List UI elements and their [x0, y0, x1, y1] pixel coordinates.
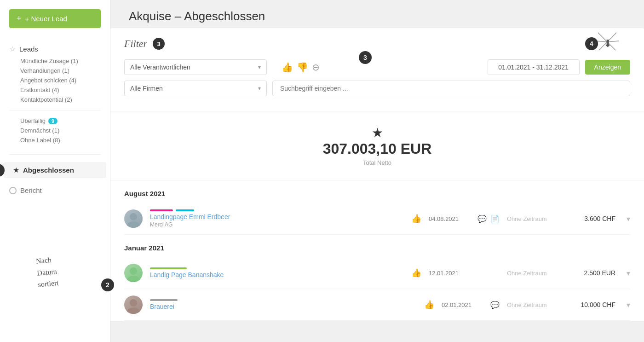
- svg-point-6: [130, 213, 137, 220]
- filter-title: Filter: [124, 38, 147, 50]
- thumbs-up-filter-icon[interactable]: 👍: [282, 62, 293, 73]
- sidebar-divider: [9, 110, 101, 110]
- progress-bar-pink: [150, 209, 173, 211]
- firmen-select[interactable]: Alle Firmen ▾: [124, 81, 267, 96]
- lead-date: 04.08.2021: [429, 215, 470, 222]
- filter-row-2: Alle Firmen ▾: [124, 81, 630, 96]
- doc-icon[interactable]: 📄: [490, 214, 500, 223]
- avatar: [124, 209, 143, 228]
- sidebar-item-uberfalling[interactable]: Überfällig 9: [20, 116, 110, 126]
- sidebar-leads-label: Leads: [19, 45, 38, 53]
- date-range-input[interactable]: 01.01.2021 - 31.12.2021: [488, 59, 580, 75]
- chevron-down-icon-2: ▾: [258, 85, 261, 92]
- lead-info: Landingpage Emmi Erdbeer Merci AG: [150, 209, 404, 228]
- lead-list-section: August 2021 Landingpage Emmi Erdb: [110, 180, 644, 321]
- progress-bar-cyan: [176, 209, 194, 211]
- lead-item: Landig Page Bananshake 👍 12.01.2021 Ohne…: [124, 257, 630, 289]
- star-outline-icon: ☆: [9, 45, 16, 53]
- summary-star-icon: ★: [124, 125, 630, 140]
- filter-right: 4 ⬇: [585, 37, 612, 50]
- month-header-august: August 2021: [124, 180, 630, 203]
- svg-point-11: [127, 307, 140, 314]
- lead-item: Brauerei 👍 02.01.2021 💬 Ohne Zeitraum 10…: [124, 289, 630, 321]
- verantwortlichen-select[interactable]: Alle Verantwortlichen ▾: [124, 59, 267, 75]
- sort-annotation: Nach Datum sortiert: [25, 238, 139, 301]
- page-title: Akquise – Abgeschlossen: [129, 9, 626, 23]
- lead-progress-bars: [150, 299, 417, 301]
- annotation-2-container: 2: [101, 278, 114, 291]
- annotation-4: 4: [585, 37, 598, 50]
- lead-info: Brauerei: [150, 299, 417, 310]
- progress-bar-gray: [150, 299, 178, 301]
- lead-item: Landingpage Emmi Erdbeer Merci AG 👍 04.0…: [124, 203, 630, 235]
- lead-amount: 10.000 CHF: [569, 301, 615, 308]
- filter-bar: Filter 3: [110, 28, 644, 111]
- chevron-down-icon-lead[interactable]: ▾: [627, 214, 630, 223]
- sidebar-item-angebot-schicken[interactable]: Angebot schicken (4): [20, 75, 110, 85]
- chat-icon[interactable]: 💬: [477, 214, 487, 223]
- content-area: Filter 3: [110, 28, 644, 321]
- lead-zeitraum: Ohne Zeitraum: [507, 301, 562, 308]
- lead-progress-bars: [150, 209, 404, 211]
- svg-point-10: [130, 299, 137, 307]
- chevron-down-icon: ▾: [258, 64, 261, 70]
- lead-progress-bars: [150, 267, 404, 269]
- lead-date: 12.01.2021: [429, 270, 470, 277]
- lead-zeitraum: Ohne Zeitraum: [507, 215, 562, 222]
- annotation-2: 2: [101, 278, 114, 291]
- sidebar-item-demnachst[interactable]: Demnächst (1): [20, 126, 110, 135]
- uberfalling-badge: 9: [48, 118, 58, 124]
- lead-company: Merci AG: [150, 221, 404, 228]
- sidebar-divider-2: [9, 154, 101, 155]
- annotation-3: 3: [359, 51, 372, 64]
- search-input[interactable]: [272, 81, 630, 96]
- sidebar-item-erstkontakt[interactable]: Erstkontakt (4): [20, 85, 110, 95]
- filter-row-1: Alle Verantwortlichen ▾ 👍 👎 ⊖ 01.01.2021…: [124, 59, 630, 75]
- summary-amount: 307.003,10 EUR: [124, 140, 630, 157]
- chevron-down-icon-lead[interactable]: ▾: [627, 301, 630, 309]
- lead-info: Landig Page Bananshake: [150, 267, 404, 278]
- anzeigen-button[interactable]: Anzeigen: [585, 60, 630, 75]
- svg-point-7: [127, 221, 140, 228]
- chevron-down-icon-lead[interactable]: ▾: [627, 269, 630, 278]
- sidebar-item-kontaktpotential[interactable]: Kontaktpotential (2): [20, 95, 110, 104]
- neutral-filter-icon[interactable]: ⊖: [312, 62, 320, 73]
- month-header-januar: Januar 2021: [124, 235, 630, 257]
- filter-badge: 3: [153, 38, 165, 50]
- lead-name[interactable]: Brauerei: [150, 303, 174, 310]
- lead-action-icons: 💬 📄: [477, 214, 500, 223]
- thumbs-down-filter-icon[interactable]: 👎: [297, 62, 308, 73]
- summary-section: ★ 307.003,10 EUR Total Netto: [110, 111, 644, 180]
- lead-date: 02.01.2021: [442, 301, 483, 308]
- sidebar: + + Neuer Lead ☆ Leads Mündliche Zusage …: [0, 0, 110, 342]
- sidebar-item-leads[interactable]: ☆ Leads: [0, 42, 110, 56]
- sidebar-item-bericht[interactable]: Bericht: [0, 184, 110, 197]
- sidebar-item-verhandlungen[interactable]: Verhandlungen (1): [20, 66, 110, 75]
- filter-left: Filter 3: [124, 38, 165, 50]
- progress-bar-green: [150, 267, 187, 269]
- page-header: Akquise – Abgeschlossen: [110, 0, 644, 28]
- filter-header-row: Filter 3: [124, 37, 630, 50]
- thumbs-up-icon[interactable]: 👍: [411, 214, 421, 224]
- sidebar-sub-items: Mündliche Zusage (1) Verhandlungen (1) A…: [0, 56, 110, 104]
- sidebar-special-items: Überfällig 9 Demnächst (1) Ohne Label (8…: [0, 116, 110, 145]
- chat-icon[interactable]: 💬: [490, 301, 500, 309]
- lead-amount: 2.500 EUR: [569, 269, 615, 277]
- sidebar-item-abgeschlossen[interactable]: ★ Abgeschlossen: [4, 162, 106, 178]
- lead-name[interactable]: Landingpage Emmi Erdbeer: [150, 213, 230, 220]
- lead-name[interactable]: Landig Page Bananshake: [150, 271, 224, 278]
- thumbs-up-icon[interactable]: 👍: [411, 268, 421, 278]
- sidebar-bericht-label: Bericht: [20, 186, 42, 194]
- sidebar-abgeschlossen-label: Abgeschlossen: [23, 166, 74, 174]
- sidebar-item-ohne-label[interactable]: Ohne Label (8): [20, 135, 110, 145]
- sidebar-leads-section: ☆ Leads Mündliche Zusage (1) Verhandlung…: [0, 42, 110, 145]
- circle-icon: [9, 187, 17, 194]
- lead-amount: 3.600 CHF: [569, 215, 615, 222]
- download-icon[interactable]: ⬇: [604, 38, 612, 50]
- thumbs-up-icon[interactable]: 👍: [424, 300, 434, 310]
- new-lead-button[interactable]: + + Neuer Lead: [9, 9, 101, 28]
- main-content: Akquise – Abgeschlossen Filter 3: [110, 0, 644, 342]
- sidebar-item-mundliche-zusage[interactable]: Mündliche Zusage (1): [20, 56, 110, 66]
- filter-icons: 👍 👎 ⊖: [282, 62, 320, 73]
- lead-action-icons: 💬: [490, 301, 500, 309]
